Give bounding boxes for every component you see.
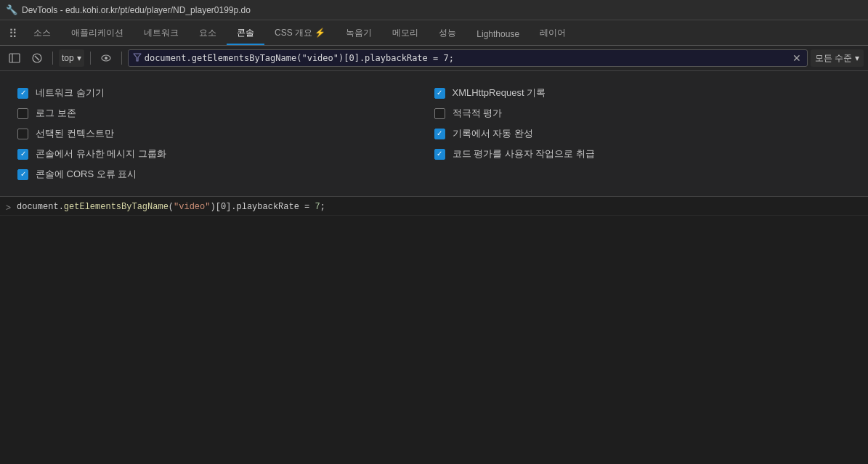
setting-row-eager-eval: 적극적 평가 [434, 103, 851, 123]
svg-line-3 [35, 56, 39, 60]
label-eager-eval: 적극적 평가 [453, 107, 503, 120]
level-chevron-icon: ▾ [855, 53, 859, 63]
code-keyword-document: document [17, 202, 59, 212]
tab-레이어[interactable]: 레이어 [530, 23, 576, 45]
chevron-down-icon: ▾ [77, 53, 81, 63]
console-code-1: document.getElementsByTagName("video")[0… [17, 202, 325, 212]
toolbar-divider-2 [90, 52, 91, 65]
label-autocomplete-history: 기록에서 자동 완성 [453, 127, 533, 140]
filter-clear-button[interactable]: ✕ [791, 53, 803, 63]
main-content: ⠿ 소스 애플리케이션 네트워크 요소 콘솔 CSS 개요 ⚡ 녹음기 메모리 … [0, 20, 868, 439]
console-output: > document.getElementsByTagName("video")… [0, 197, 868, 439]
checkbox-eager-eval[interactable] [434, 108, 445, 119]
tab-녹음기[interactable]: 녹음기 [336, 23, 382, 45]
svg-point-5 [105, 57, 108, 60]
svg-rect-0 [9, 54, 20, 62]
title-bar: 🔧 DevTools - edu.kohi.or.kr/pt/edu/playe… [0, 0, 868, 20]
console-line-1[interactable]: > document.getElementsByTagName("video")… [0, 200, 868, 216]
tab-lighthouse[interactable]: Lighthouse [466, 25, 530, 45]
log-level-dropdown[interactable]: 모든 수준 ▾ [811, 49, 864, 67]
tab-네트워크[interactable]: 네트워크 [134, 23, 189, 45]
label-group-similar: 콘솔에서 유사한 메시지 그룹화 [36, 147, 166, 160]
setting-row-cors-errors: 콘솔에 CORS 오류 표시 [17, 164, 434, 184]
eye-icon [101, 53, 111, 63]
clear-icon [32, 53, 42, 63]
filter-area: document.getElementsByTagName("video")[0… [128, 49, 808, 67]
tab-콘솔[interactable]: 콘솔 [227, 23, 264, 45]
checkbox-group-similar[interactable] [17, 149, 28, 160]
filter-text: document.getElementsByTagName("video")[0… [145, 53, 788, 63]
checkbox-cors-errors[interactable] [17, 169, 28, 180]
label-cors-errors: 콘솔에 CORS 오류 표시 [36, 168, 137, 181]
clear-console-button[interactable] [28, 49, 46, 68]
setting-row-network-hide: 네트워크 숨기기 [17, 83, 434, 103]
nav-tabs: ⠿ 소스 애플리케이션 네트워크 요소 콘솔 CSS 개요 ⚡ 녹음기 메모리 … [0, 20, 868, 46]
devtools-favicon: 🔧 [6, 4, 17, 15]
setting-row-treat-code: 코드 평가를 사용자 작업으로 취급 [434, 144, 851, 164]
label-selected-context: 선택된 컨텍스트만 [36, 127, 114, 140]
tab-요소[interactable]: 요소 [189, 23, 227, 45]
label-log-preserve: 로그 보존 [36, 107, 76, 120]
setting-row-autocomplete-history: 기록에서 자동 완성 [434, 123, 851, 144]
svg-marker-6 [134, 54, 141, 61]
settings-panel: 네트워크 숨기기 로그 보존 선택된 컨텍스트만 콘솔에서 유사한 메시지 그룹… [0, 71, 868, 197]
checkbox-autocomplete-history[interactable] [434, 129, 445, 139]
label-network-hide: 네트워크 숨기기 [36, 86, 105, 99]
filter-icon [133, 53, 142, 63]
tab-메모리[interactable]: 메모리 [382, 23, 429, 45]
checkbox-selected-context[interactable] [17, 129, 28, 139]
tab-css개요[interactable]: CSS 개요 ⚡ [264, 23, 336, 45]
context-label: top [62, 53, 74, 63]
toolbar-divider-3 [121, 52, 122, 65]
setting-row-xhr-log: XMLHttpRequest 기록 [434, 83, 851, 103]
sidebar-toggle-button[interactable] [4, 49, 25, 68]
setting-row-selected-context: 선택된 컨텍스트만 [17, 123, 434, 144]
tab-소스[interactable]: 소스 [23, 23, 61, 45]
tab-성능[interactable]: 성능 [429, 23, 466, 45]
checkbox-log-preserve[interactable] [17, 108, 28, 119]
title-bar-text: DevTools - edu.kohi.or.kr/pt/edu/player/… [22, 5, 251, 15]
checkbox-network-hide[interactable] [17, 88, 28, 99]
sidebar-icon [9, 52, 20, 64]
label-xhr-log: XMLHttpRequest 기록 [453, 86, 546, 99]
settings-right-column: XMLHttpRequest 기록 적극적 평가 기록에서 자동 완성 코드 평… [434, 83, 851, 184]
toolbar: top ▾ document.getElementsByTagName("vid… [0, 46, 868, 71]
setting-row-log-preserve: 로그 보존 [17, 103, 434, 123]
filter-funnel-icon [133, 53, 142, 62]
level-label: 모든 수준 [815, 52, 852, 65]
eye-button[interactable] [97, 49, 115, 68]
tab-devtools-icon[interactable]: ⠿ [3, 24, 23, 45]
toolbar-divider-1 [52, 52, 53, 65]
checkbox-xhr-log[interactable] [434, 88, 445, 99]
setting-row-group-similar: 콘솔에서 유사한 메시지 그룹화 [17, 144, 434, 164]
settings-left-column: 네트워크 숨기기 로그 보존 선택된 컨텍스트만 콘솔에서 유사한 메시지 그룹… [17, 83, 434, 184]
console-arrow-icon: > [6, 203, 11, 213]
label-treat-code: 코드 평가를 사용자 작업으로 취급 [453, 147, 595, 160]
checkbox-treat-code[interactable] [434, 149, 445, 160]
tab-애플리케이션[interactable]: 애플리케이션 [61, 23, 134, 45]
context-selector[interactable]: top ▾ [59, 49, 84, 67]
